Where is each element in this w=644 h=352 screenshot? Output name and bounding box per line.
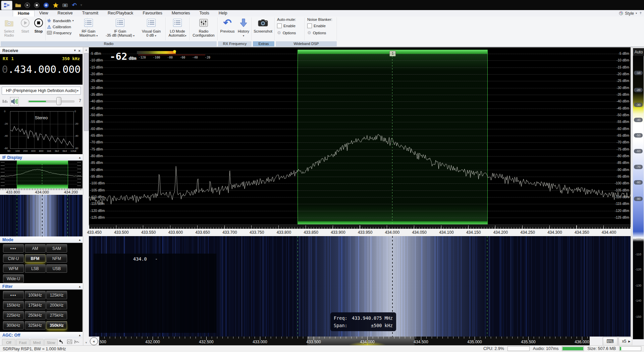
filter-button-325khz[interactable]: 325kHz: [25, 321, 46, 329]
tab-favourites[interactable]: Favourites: [138, 10, 167, 16]
if-gain-button[interactable]: IF Gain -35 dB (Manual) ▾: [103, 17, 138, 38]
frequency-axis[interactable]: 433.450433.500433.550433.600433.650433.7…: [89, 229, 631, 236]
mode-button-wfm[interactable]: WFM: [3, 264, 24, 273]
filter-button-200khz[interactable]: 200kHz: [46, 301, 67, 309]
frequency-digits[interactable]: 0.434.000.000: [1, 63, 81, 75]
filter-button-275khz[interactable]: 275kHz: [46, 311, 67, 319]
levels-icon[interactable]: [3, 99, 8, 104]
db-axis-label-left: -30 dBm: [90, 86, 103, 90]
auto-range-button[interactable]: Auto: [633, 48, 644, 56]
mode-button-lsb[interactable]: LSB: [25, 264, 46, 273]
mode-button-am[interactable]: AM: [25, 244, 46, 253]
agc-button-slow[interactable]: Slow: [44, 339, 58, 346]
filter-button-100khz[interactable]: 100kHz: [25, 291, 46, 299]
tab-help[interactable]: Help: [214, 10, 232, 16]
add-icon[interactable]: [43, 2, 49, 8]
frequency-display[interactable]: RX 1 350 kHz 0.434.000.000: [0, 55, 83, 85]
select-radio-button[interactable]: Select Radio: [1, 17, 17, 37]
auto-mute-enable[interactable]: Enable: [277, 24, 303, 28]
qat-more-icon[interactable]: ▿: [80, 3, 82, 7]
tab-home[interactable]: Home: [13, 10, 35, 17]
mute-speaker-button[interactable]: [10, 97, 19, 106]
noise-blanker-enable[interactable]: Enable: [307, 24, 335, 28]
screenshot-button[interactable]: Screenshot: [253, 17, 273, 33]
mode-button-dots[interactable]: •••: [3, 244, 24, 253]
waterfall-streak: [288, 236, 289, 337]
band-ruler[interactable]: 431.500432.000432.500433.000433.500434.0…: [99, 337, 590, 345]
filter-button-150khz[interactable]: 150kHz: [3, 301, 24, 309]
open-folder-icon[interactable]: [15, 2, 21, 8]
filter-button-350khz[interactable]: 350kHz: [46, 321, 67, 329]
scroll-down-icon[interactable]: ▼: [84, 340, 89, 345]
panel-close-icon[interactable]: ×: [78, 49, 80, 53]
main-spectrum[interactable]: 1 -62dBm -120-100-80-60-40-20 -5 dBm-5 d…: [89, 47, 631, 229]
nav-left-button[interactable]: «: [90, 337, 98, 345]
collapse-icon[interactable]: ▴: [79, 156, 80, 159]
collapse-icon[interactable]: ▴: [79, 285, 80, 288]
agc-button-med[interactable]: Med: [30, 339, 44, 346]
tab-view[interactable]: View: [35, 10, 53, 16]
filter-button-300khz[interactable]: 300kHz: [3, 321, 24, 329]
noise-blanker-group: Noise Blanker: Enable ⚙Options: [307, 17, 335, 35]
stop-button[interactable]: Stop: [32, 17, 45, 33]
noise-blanker-options[interactable]: ⚙Options: [307, 30, 335, 35]
undo-arrow-icon[interactable]: [58, 340, 63, 344]
keyboard-entry-button[interactable]: ⌨: [603, 337, 618, 346]
collapse-icon[interactable]: ▴: [79, 334, 80, 337]
play-icon[interactable]: [24, 2, 31, 8]
if-waterfall[interactable]: [0, 195, 83, 236]
tab-rec-playback[interactable]: Rec/Playback: [103, 10, 138, 16]
undo-icon[interactable]: ↶: [71, 2, 77, 8]
palette-legend-marker[interactable]: [173, 50, 176, 53]
audio-device-select[interactable]: HP (Périphérique High Definition Audio) …: [2, 87, 81, 95]
camera-icon[interactable]: [62, 2, 68, 8]
main-waterfall[interactable]: 434.0 - Freq:433.940.075 MHz Span:±500 k…: [89, 236, 631, 337]
mode-button-sam[interactable]: SAM: [46, 244, 67, 253]
agc-buttons: OffFastMedSlow: [0, 338, 83, 345]
filter-button-175khz[interactable]: 175kHz: [25, 301, 46, 309]
app-icon[interactable]: [1, 1, 12, 10]
grid-line: [90, 149, 630, 150]
volume-slider[interactable]: [28, 100, 74, 102]
mode-button-bfm[interactable]: BFM: [25, 254, 46, 263]
agc-button-fast[interactable]: Fast: [16, 339, 30, 346]
style-selector[interactable]: Style ▾: [619, 10, 643, 16]
favourite-star-icon[interactable]: [52, 2, 59, 8]
image-icon[interactable]: [67, 340, 72, 344]
radio-configuration-button[interactable]: Radio Configuration: [191, 17, 217, 37]
if-spectrum[interactable]: [0, 161, 83, 188]
previous-button[interactable]: ↶ Previous: [219, 17, 235, 33]
grid-line: [90, 183, 630, 184]
auto-mute-options[interactable]: ⚙Options: [277, 30, 303, 35]
tab-transmit[interactable]: Transmit: [77, 10, 103, 16]
collapse-icon[interactable]: ▴: [79, 238, 80, 241]
bandwidth-label: Bandwidth: [53, 19, 71, 23]
lo-mode-button[interactable]: LO Mode Automatic▾: [166, 17, 189, 38]
stop-icon[interactable]: [34, 2, 40, 8]
agc-button-off[interactable]: Off: [2, 339, 15, 346]
filter-button-dots[interactable]: •••: [3, 291, 24, 299]
mode-button-nfm[interactable]: NFM: [46, 254, 67, 263]
volume-slider-handle[interactable]: [56, 97, 61, 105]
filter-button-250khz[interactable]: 250kHz: [25, 311, 46, 319]
noise-blanker-checkbox[interactable]: [307, 24, 312, 28]
panel-menu-icon[interactable]: ▾: [74, 49, 76, 53]
scroll-up-icon[interactable]: ▲: [84, 47, 89, 52]
pin-icon[interactable]: [639, 11, 643, 15]
mode-button-cw-u[interactable]: CW-U: [3, 254, 24, 263]
start-button[interactable]: Start: [19, 17, 32, 33]
rf-gain-button[interactable]: RF Gain Maximum ▾: [76, 17, 101, 38]
scrollbar-thumb[interactable]: [84, 53, 89, 131]
left-panel-scrollbar[interactable]: ▲ ▼: [83, 47, 89, 345]
visual-gain-button[interactable]: Visual Gain 0 dB ▾: [138, 17, 164, 38]
tab-memories[interactable]: Memories: [167, 10, 195, 16]
filter-button-225khz[interactable]: 225kHz: [3, 311, 24, 319]
tab-tools[interactable]: Tools: [195, 10, 214, 16]
auto-mute-checkbox[interactable]: [277, 24, 282, 28]
filter-button-125khz[interactable]: 125kHz: [46, 291, 67, 299]
mode-button-wide-u[interactable]: Wide-U: [3, 274, 24, 283]
mode-button-usb[interactable]: USB: [46, 264, 67, 273]
waveform-icon[interactable]: [74, 340, 79, 344]
tab-receive[interactable]: Receive: [53, 10, 77, 16]
history-button[interactable]: History▾: [236, 17, 251, 38]
